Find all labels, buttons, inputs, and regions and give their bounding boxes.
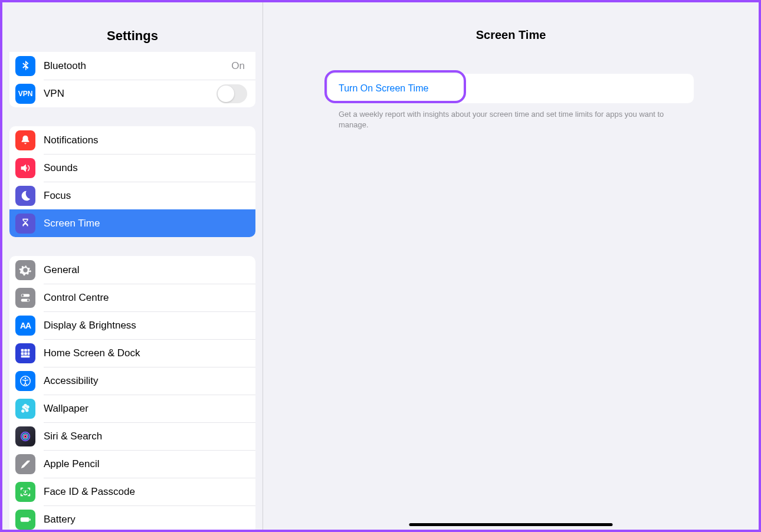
svg-point-6: [27, 299, 29, 301]
detail-title: Screen Time: [263, 20, 759, 50]
svg-rect-11: [24, 352, 27, 355]
svg-point-21: [27, 490, 27, 491]
sidebar-item-label: Face ID & Passcode: [44, 486, 247, 498]
sidebar-item-label: Focus: [44, 190, 247, 202]
bluetooth-value: On: [231, 60, 245, 72]
sidebar-item-label: Wallpaper: [44, 403, 247, 415]
sidebar-title: Settings: [2, 20, 263, 52]
svg-point-15: [25, 377, 27, 379]
sidebar-item-faceid[interactable]: Face ID & Passcode: [9, 478, 255, 505]
sidebar-item-screen-time[interactable]: Screen Time: [9, 209, 255, 237]
sidebar-item-accessibility[interactable]: Accessibility: [9, 367, 255, 395]
sidebar-item-vpn[interactable]: VPN VPN: [9, 80, 255, 107]
accessibility-icon: [15, 371, 35, 391]
sidebar-item-general[interactable]: General: [9, 256, 255, 284]
faceid-icon: [15, 482, 35, 502]
sidebar-item-label: Apple Pencil: [44, 458, 247, 470]
sidebar-item-label: Siri & Search: [44, 431, 247, 442]
sidebar-item-apple-pencil[interactable]: Apple Pencil: [9, 450, 255, 478]
sidebar-item-display[interactable]: AA Display & Brightness: [9, 311, 255, 339]
detail-pane: Screen Time Turn On Screen Time Get a we…: [263, 2, 759, 530]
sidebar-item-focus[interactable]: Focus: [9, 182, 255, 209]
sidebar-item-label: Display & Brightness: [44, 320, 247, 331]
siri-icon: [15, 426, 35, 446]
svg-rect-8: [24, 349, 27, 352]
flower-icon: [15, 399, 35, 419]
sidebar-item-sounds[interactable]: Sounds: [9, 154, 255, 182]
sidebar-item-label: Battery: [44, 514, 247, 526]
sidebar-item-home-screen[interactable]: Home Screen & Dock: [9, 339, 255, 367]
svg-rect-7: [21, 349, 24, 352]
sidebar-item-label: Screen Time: [44, 218, 247, 229]
sidebar-group-alerts: Notifications Sounds Focus: [9, 126, 255, 237]
detail-footer-note: Get a weekly report with insights about …: [328, 103, 694, 130]
svg-rect-9: [28, 349, 30, 352]
svg-rect-10: [21, 352, 24, 355]
sidebar-item-label: VPN: [44, 88, 217, 100]
sidebar-item-notifications[interactable]: Notifications: [9, 126, 255, 154]
bluetooth-icon: [15, 56, 35, 76]
sidebar-group-general: General Control Centre AA Display & Brig…: [9, 256, 255, 530]
svg-rect-22: [21, 517, 29, 521]
turn-on-card: Turn On Screen Time: [328, 74, 694, 103]
sidebar-item-label: Bluetooth: [44, 60, 231, 72]
svg-point-19: [24, 435, 27, 438]
app-grid-icon: [15, 343, 35, 363]
battery-row-icon: [15, 510, 35, 530]
gear-icon: [15, 260, 35, 280]
vpn-toggle[interactable]: [217, 84, 247, 103]
textsize-icon: AA: [15, 316, 35, 336]
turn-on-screen-time-button[interactable]: Turn On Screen Time: [328, 74, 694, 103]
toggles-icon: [15, 288, 35, 308]
settings-sidebar: Settings Bluetooth On VPN VPN: [2, 2, 263, 530]
hourglass-icon: [15, 214, 35, 234]
sidebar-item-bluetooth[interactable]: Bluetooth On: [9, 52, 255, 80]
bell-icon: [15, 130, 35, 150]
sidebar-item-label: Notifications: [44, 134, 247, 146]
svg-rect-12: [28, 352, 30, 355]
moon-icon: [15, 186, 35, 206]
sidebar-item-label: Home Screen & Dock: [44, 347, 247, 359]
svg-point-4: [22, 294, 24, 297]
svg-rect-23: [29, 518, 31, 521]
sidebar-item-label: Accessibility: [44, 375, 247, 387]
speaker-icon: [15, 158, 35, 178]
vpn-icon: VPN: [15, 84, 35, 104]
sidebar-item-wallpaper[interactable]: Wallpaper: [9, 395, 255, 422]
sidebar-item-label: Control Centre: [44, 292, 247, 304]
sidebar-item-battery[interactable]: Battery: [9, 505, 255, 530]
pencil-icon: [15, 454, 35, 474]
sidebar-item-label: Sounds: [44, 162, 247, 174]
svg-rect-13: [21, 355, 30, 357]
home-indicator[interactable]: [409, 523, 613, 526]
svg-point-20: [24, 490, 24, 491]
sidebar-item-siri-search[interactable]: Siri & Search: [9, 422, 255, 450]
sidebar-group-connectivity: Bluetooth On VPN VPN: [9, 52, 255, 107]
sidebar-item-control-centre[interactable]: Control Centre: [9, 284, 255, 311]
sidebar-item-label: General: [44, 264, 247, 276]
